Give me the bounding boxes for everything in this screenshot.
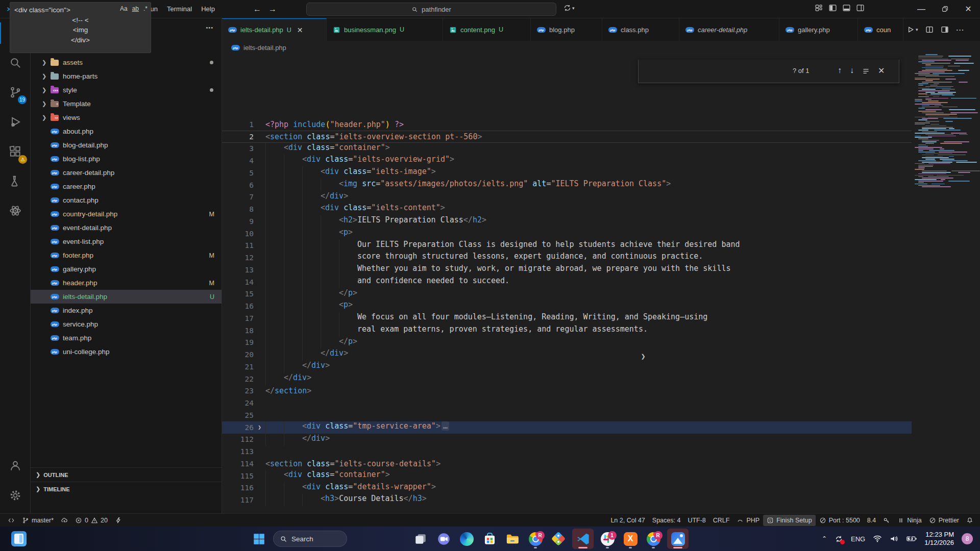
taskbar-app-git-client[interactable] [549,529,568,549]
taskbar-app-slack[interactable]: 1 [598,529,617,549]
toggle-panel-icon[interactable] [842,4,851,12]
taskbar-app-vscode[interactable] [572,529,594,549]
close-button[interactable]: ✕ [957,0,980,18]
restore-button[interactable] [933,0,957,18]
toggle-sidebar-icon[interactable] [828,4,837,12]
minimap[interactable] [912,54,970,513]
tree-item-career.php[interactable]: php career.php [31,180,222,193]
tab-career-detail.php[interactable]: phpcareer-detail.php [679,18,779,41]
tree-item-blog-detail.php[interactable]: php blog-detail.php [31,138,222,152]
customize-layout-icon[interactable] [815,4,823,12]
battery-icon[interactable] [906,535,917,542]
find-input[interactable]: Aa ab .* <div class="icon"><!-- <<img</d… [10,2,151,53]
tree-item-Template[interactable]: ❯≡ Template [31,97,222,111]
minimize-button[interactable]: — [910,0,933,18]
tree-item-event-detail.php[interactable]: php event-detail.php [31,221,222,235]
taskbar-app-chrome-profile-2[interactable]: R [644,529,663,549]
taskbar-search[interactable]: Search [273,531,347,547]
language-indicator[interactable]: ENG [851,535,865,543]
wifi-icon[interactable] [873,535,882,542]
find-next-button[interactable]: ↓ [850,66,854,76]
tab-class.php[interactable]: phpclass.php [602,18,679,41]
code-editor[interactable]: 1 <?php include("header.php") ?> 2 <sect… [222,54,980,513]
status-indentation[interactable]: Spaces: 4 [649,515,684,526]
taskbar-app-edge[interactable] [457,529,476,549]
tab-businessman.png[interactable]: businessman.pngU [327,18,443,41]
activity-react-tools[interactable] [0,196,31,226]
tree-item-index.php[interactable]: php index.php [31,304,222,317]
tray-chevron-up-icon[interactable]: ⌃ [822,535,827,542]
onedrive-sync-icon[interactable] [835,535,843,543]
tab-gallery.php[interactable]: phpgallery.php [779,18,858,41]
menu-help[interactable]: Help [197,3,219,16]
tree-item-header.php[interactable]: php header.phpM [31,276,222,290]
start-button[interactable] [251,531,266,546]
close-icon[interactable]: ✕ [297,26,303,34]
clock[interactable]: 12:23 PM 1/12/2026 [924,531,954,547]
taskbar-app-task-view[interactable] [411,529,430,549]
outline-section[interactable]: ❯ OUTLINE [31,467,222,482]
tree-item-contact.php[interactable]: php contact.php [31,193,222,207]
status-finish-setup[interactable]: Finish Setup [763,515,815,526]
activity-source-control[interactable]: 19 [0,78,31,107]
regex-button[interactable]: .* [143,5,148,12]
status-key[interactable] [879,515,894,526]
taskbar-app-teams-chat[interactable] [434,529,453,549]
status-cursor-position[interactable]: Ln 2, Col 47 [607,515,648,526]
layout-button[interactable] [941,26,949,34]
find-previous-button[interactable]: ↑ [838,66,842,76]
tree-item-style[interactable]: ❯css style [31,83,222,97]
activity-extensions[interactable]: ⚠ [0,137,31,166]
activity-accounts[interactable] [0,451,31,481]
taskbar-app-microsoft-store[interactable] [480,529,499,549]
tree-item-uni-college.php[interactable]: php uni-college.php [31,345,222,359]
find-close-button[interactable]: ✕ [878,66,885,76]
volume-icon[interactable] [890,535,899,543]
tree-item-service.php[interactable]: php service.php [31,317,222,331]
status-language-mode[interactable]: PHP [733,515,763,526]
status-remote[interactable] [4,515,18,526]
run-button[interactable]: ▾ [906,26,918,34]
status-encoding[interactable]: UTF-8 [684,515,709,526]
status-live-reload[interactable] [111,515,126,526]
more-actions-button[interactable]: ⋯ [956,25,964,35]
tree-item-ielts-detail.php[interactable]: php ielts-detail.phpU [31,290,222,304]
breadcrumb[interactable]: php ielts-detail.php [222,41,980,54]
activity-settings[interactable] [0,481,31,510]
explorer-more-actions[interactable]: ••• [206,24,213,31]
tree-item-home-parts[interactable]: ❯ home-parts [31,69,222,83]
widgets-button[interactable] [11,531,27,546]
find-toggle-replace-button[interactable]: ❯ [639,81,647,551]
tree-item-views[interactable]: ❯<> views [31,111,222,124]
match-case-button[interactable]: Aa [120,5,128,12]
tree-item-country-detail.php[interactable]: php country-detail.phpM [31,207,222,221]
taskbar-app-xampp[interactable]: X [621,529,640,549]
whole-word-button[interactable]: ab [132,5,139,12]
tree-item-gallery.php[interactable]: php gallery.php [31,262,222,276]
status-live-server-port[interactable]: Port : 5500 [816,515,864,526]
tab-blog.php[interactable]: phpblog.php [531,18,602,41]
status-sync-changes[interactable] [57,515,71,526]
nav-forward-icon[interactable]: → [268,5,277,14]
split-editor-button[interactable] [925,26,934,34]
taskbar-app-photos[interactable] [667,529,689,549]
status-git-branch[interactable]: master* [18,515,57,526]
tree-item-about.php[interactable]: php about.php [31,124,222,138]
tree-item-event-list.php[interactable]: php event-list.php [31,235,222,248]
fold-chevron-icon[interactable]: ❯ [258,424,261,431]
nav-back-icon[interactable]: ← [253,5,261,14]
sync-button[interactable]: ▾ [564,4,575,12]
tab-ielts-detail.php[interactable]: phpielts-detail.phpU✕ [222,18,327,41]
command-center-search[interactable]: pathfinder [306,3,556,16]
status-eol[interactable]: CRLF [709,515,733,526]
activity-run-and-debug[interactable] [0,107,31,137]
tree-item-footer.php[interactable]: php footer.phpM [31,248,222,262]
activity-testing[interactable] [0,166,31,196]
find-in-selection-button[interactable] [862,67,870,75]
editor-scrollbar[interactable] [970,54,980,513]
tab-coun[interactable]: phpcoun [858,18,903,41]
status-notifications-bell[interactable] [963,515,977,526]
timeline-section[interactable]: ❯ TIMELINE [31,482,222,496]
notification-count-badge[interactable]: 8 [962,533,973,544]
status-prettier[interactable]: Prettier [925,515,963,526]
